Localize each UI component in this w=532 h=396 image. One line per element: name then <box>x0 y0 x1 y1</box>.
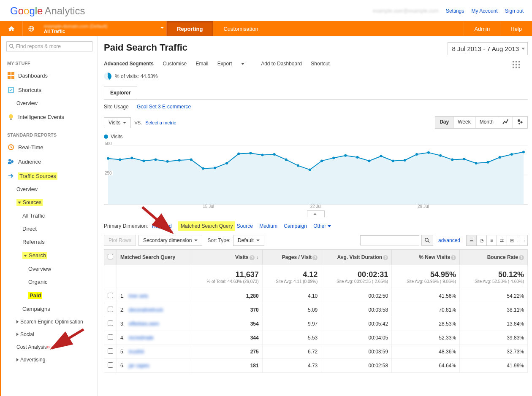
view-pie-icon[interactable]: ◔ <box>477 235 487 245</box>
row-checkbox[interactable] <box>104 317 117 331</box>
sidebar-item-sources[interactable]: Sources <box>1 196 98 209</box>
sidebar-item-advertising[interactable]: Advertising <box>1 353 98 366</box>
col-query[interactable]: Matched Search Query <box>117 250 191 265</box>
svg-point-55 <box>415 153 418 156</box>
dim-medium[interactable]: Medium <box>259 223 277 229</box>
account-selector[interactable]: example-domain.com (Default) All Traffic <box>40 21 166 36</box>
dim-matched-search-query[interactable]: Matched Search Query <box>178 221 235 231</box>
sidebar-item-shortcuts-overview[interactable]: Overview <box>1 97 98 110</box>
metric-selector[interactable]: Visits <box>104 117 131 128</box>
dim-keyword[interactable]: Keyword <box>152 223 172 229</box>
dim-campaign[interactable]: Campaign <box>284 223 307 229</box>
col-duration[interactable]: Avg. Visit Duration? <box>321 250 392 265</box>
table-row[interactable]: 4. incredmale 344 5.53 00:04:05 52.33% 3… <box>104 331 528 345</box>
sidebar-item-ts-overview[interactable]: Overview <box>1 183 98 196</box>
table-row[interactable]: 5. trusthit 275 6.72 00:03:59 48.36% 32.… <box>104 345 528 359</box>
view-table-icon[interactable]: ☰ <box>467 235 477 245</box>
keyword-link[interactable]: efferkies.eem <box>129 321 159 327</box>
svg-rect-6 <box>11 76 14 79</box>
chevron-down-icon <box>256 240 260 241</box>
keyword-link[interactable]: incredmale <box>129 335 154 341</box>
search-input[interactable]: Find reports & more <box>6 41 92 51</box>
col-visits[interactable]: Visits?↓ <box>191 250 262 265</box>
sidebar-item-search-overview[interactable]: Overview <box>1 262 98 275</box>
sign-out-link[interactable]: Sign out <box>505 8 524 14</box>
table-search-button[interactable] <box>421 235 433 246</box>
subtab-goal-set[interactable]: Goal Set 3 <box>137 104 161 110</box>
grid-view-icon[interactable] <box>513 61 520 68</box>
row-checkbox[interactable] <box>104 303 117 317</box>
time-week-button[interactable]: Week <box>453 116 475 129</box>
svg-point-33 <box>154 159 157 161</box>
date-range-picker[interactable]: 8 Jul 2013 - 7 Aug 2013 <box>448 42 528 55</box>
sidebar-item-social[interactable]: Social <box>1 328 98 341</box>
view-cloud-icon[interactable]: ⋮⋮ <box>517 235 527 245</box>
row-checkbox[interactable] <box>104 345 117 359</box>
keyword-link[interactable]: trusthit <box>129 349 144 355</box>
view-comparison-icon[interactable]: ⇄ <box>497 235 507 245</box>
table-row[interactable]: 3. efferkies.eem 354 9.97 00:05:42 28.53… <box>104 317 528 331</box>
svg-point-63 <box>510 153 513 156</box>
my-account-link[interactable]: My Account <box>472 8 498 14</box>
motion-chart-button[interactable] <box>513 116 528 129</box>
sidebar-item-dashboards[interactable]: Dashboards <box>1 68 98 83</box>
sidebar-item-intel-events[interactable]: Intelligence Events <box>1 110 98 124</box>
row-checkbox[interactable] <box>104 289 117 303</box>
subtab-ecommerce[interactable]: E-commerce <box>162 104 191 110</box>
time-month-button[interactable]: Month <box>475 116 498 129</box>
dim-other[interactable]: Other <box>313 223 332 229</box>
email-button[interactable]: Email <box>195 61 208 67</box>
sidebar-item-realtime[interactable]: Real-Time <box>1 140 98 154</box>
tab-explorer[interactable]: Explorer <box>104 86 137 99</box>
help-icon: ? <box>451 255 456 260</box>
view-bar-icon[interactable]: ≡ <box>487 235 497 245</box>
table-search-input[interactable] <box>360 235 419 245</box>
sidebar-item-paid[interactable]: Paid <box>1 288 98 302</box>
select-all-checkbox[interactable] <box>104 250 117 265</box>
dim-source[interactable]: Source <box>237 223 253 229</box>
sidebar-item-shortcuts[interactable]: Shortcuts <box>1 83 98 97</box>
subtab-site-usage[interactable]: Site Usage <box>104 104 129 110</box>
sidebar-item-seo[interactable]: Search Engine Optimisation <box>1 315 98 328</box>
sidebar-item-direct[interactable]: Direct <box>1 222 98 235</box>
time-day-button[interactable]: Day <box>435 116 453 129</box>
settings-link[interactable]: Settings <box>446 8 464 14</box>
col-new[interactable]: % New Visits? <box>392 250 460 265</box>
table-row[interactable]: 2. decorativetruck 370 5.09 00:03:58 70.… <box>104 303 528 317</box>
sidebar-item-cost-analysis[interactable]: Cost AnalysisBETA <box>1 341 98 353</box>
tab-help[interactable]: Help <box>500 21 532 36</box>
row-checkbox[interactable] <box>104 359 117 373</box>
sidebar-item-audience[interactable]: Audience <box>1 154 98 169</box>
sidebar-item-search[interactable]: Search <box>1 248 98 262</box>
col-bounce[interactable]: Bounce Rate? <box>460 250 528 265</box>
export-button[interactable]: Export <box>217 61 252 67</box>
table-row[interactable]: 6. jar capes 181 4.73 00:02:58 64.64% 41… <box>104 359 528 373</box>
row-checkbox[interactable] <box>104 331 117 345</box>
view-pivot-icon[interactable]: ⊞ <box>507 235 517 245</box>
sidebar-item-campaigns[interactable]: Campaigns <box>1 302 98 315</box>
secondary-dimension-select[interactable]: Secondary dimension <box>138 235 202 246</box>
keyword-link[interactable]: decorativetruck <box>129 307 163 313</box>
chart-collapse-button[interactable] <box>307 210 325 217</box>
advanced-filter-link[interactable]: advanced <box>438 237 460 243</box>
sort-type-select[interactable]: Default <box>233 235 264 246</box>
keyword-link[interactable]: tree sets <box>129 293 148 299</box>
home-button[interactable] <box>0 21 23 36</box>
table-row[interactable]: 1. tree sets 1,280 4.10 00:02:50 41.56% … <box>104 289 528 303</box>
account-globe-icon[interactable] <box>23 21 40 36</box>
customise-button[interactable]: Customise <box>163 61 187 67</box>
select-metric-link[interactable]: Select a metric <box>145 120 176 125</box>
advanced-segments-button[interactable]: Advanced Segments <box>104 61 154 67</box>
shortcut-button[interactable]: Shortcut <box>311 61 330 67</box>
sidebar-item-all-traffic[interactable]: All Traffic <box>1 209 98 222</box>
tab-reporting[interactable]: Reporting <box>166 21 213 36</box>
col-pages[interactable]: Pages / Visit? <box>262 250 321 265</box>
sidebar-item-organic[interactable]: Organic <box>1 275 98 288</box>
sidebar-item-referrals[interactable]: Referrals <box>1 235 98 248</box>
tab-customisation[interactable]: Customisation <box>213 21 268 36</box>
chart-type-button[interactable] <box>498 116 513 129</box>
keyword-link[interactable]: jar capes <box>129 363 149 369</box>
sidebar-item-traffic-sources[interactable]: Traffic Sources <box>1 169 98 183</box>
add-dashboard-button[interactable]: Add to Dashboard <box>261 61 302 67</box>
tab-admin[interactable]: Admin <box>464 21 500 36</box>
